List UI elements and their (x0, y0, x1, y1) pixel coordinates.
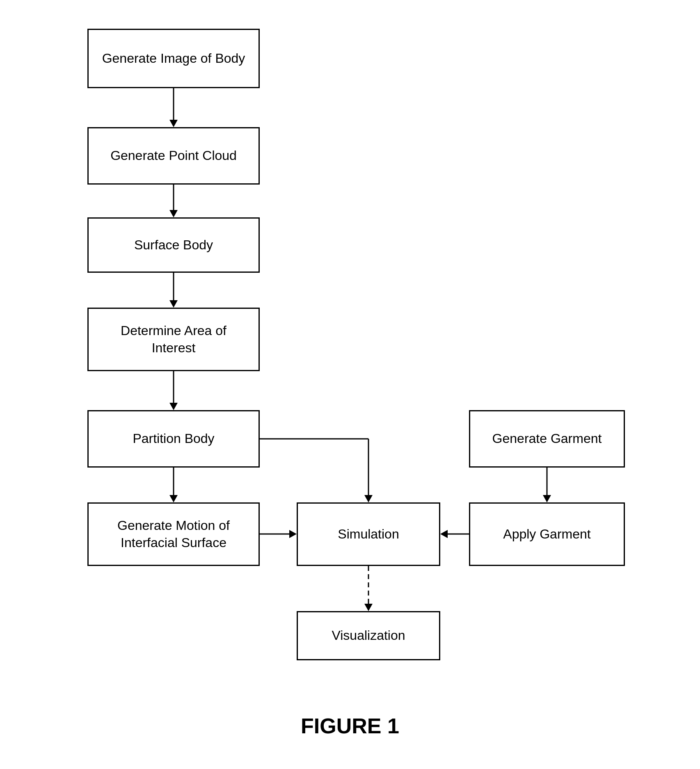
apply-garment-box: Apply Garment (469, 502, 625, 566)
visualization-box: Visualization (297, 611, 440, 660)
svg-marker-7 (169, 403, 178, 410)
svg-marker-9 (169, 495, 178, 502)
svg-marker-11 (289, 530, 297, 538)
generate-point-cloud-box: Generate Point Cloud (87, 127, 260, 185)
svg-marker-1 (169, 120, 178, 127)
determine-area-box: Determine Area ofInterest (87, 308, 260, 371)
surface-body-box: Surface Body (87, 217, 260, 273)
partition-body-box: Partition Body (87, 410, 260, 468)
flowchart-diagram: Generate Image of Body Generate Point Cl… (63, 16, 637, 705)
generate-garment-box: Generate Garment (469, 410, 625, 468)
figure-label: FIGURE 1 (301, 714, 399, 738)
svg-marker-5 (169, 300, 178, 308)
svg-marker-16 (543, 495, 551, 502)
generate-motion-box: Generate Motion ofInterfacial Surface (87, 502, 260, 566)
svg-marker-14 (364, 495, 373, 502)
generate-image-box: Generate Image of Body (87, 29, 260, 88)
svg-marker-18 (440, 530, 448, 538)
svg-marker-20 (364, 604, 373, 611)
simulation-box: Simulation (297, 502, 440, 566)
svg-marker-3 (169, 210, 178, 217)
